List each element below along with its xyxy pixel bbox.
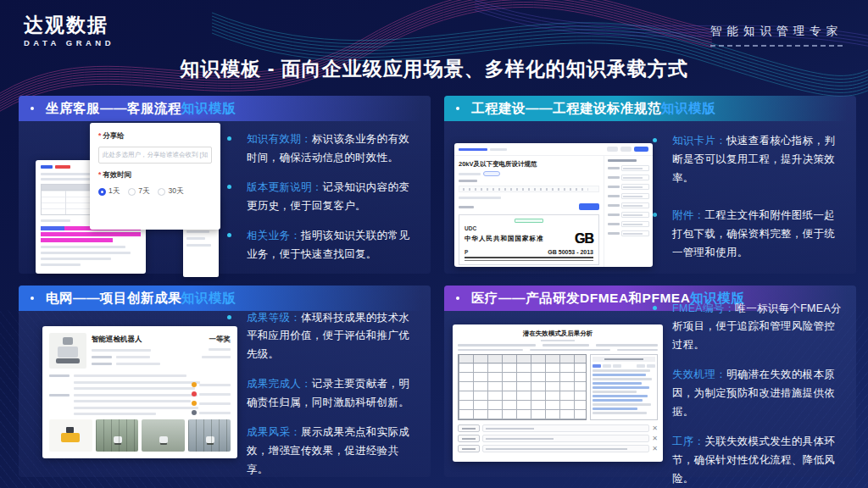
bullet-label: 成果完成人： bbox=[247, 378, 312, 390]
attachment-chip bbox=[515, 219, 543, 223]
screenshot-power-grid: 智能巡检机器人 一等奖 bbox=[19, 311, 222, 477]
fmea-tag-rows: ✕ ✕ ✕ bbox=[458, 424, 658, 452]
bullet-dot-icon bbox=[227, 233, 231, 237]
bullet-label: 附件： bbox=[672, 209, 704, 221]
validity-radio-group: 1天 7天 30天 bbox=[98, 186, 212, 197]
bullet-label: 版本更新说明： bbox=[247, 181, 323, 193]
share-popup: *分享给 此处多选用户，分享给谁谁会收到 [知 *有效时间 1天 7天 30天 bbox=[90, 123, 220, 230]
bullet-label: FMEA编号： bbox=[672, 302, 735, 314]
bullet-dot-icon bbox=[456, 107, 459, 110]
close-icon[interactable]: ✕ bbox=[652, 435, 658, 442]
fmea-grid-table bbox=[458, 354, 587, 420]
fmea-sheet-title: 潜在失效模式及后果分析 bbox=[458, 330, 658, 338]
panel-engineering: 工程建设——工程建设标准规范知识模版 bbox=[444, 96, 856, 274]
panel-header: 工程建设——工程建设标准规范知识模版 bbox=[444, 96, 856, 121]
radio-7-day[interactable]: 7天 bbox=[128, 186, 149, 197]
share-field-label: *分享给 bbox=[98, 131, 212, 141]
bullet-label: 知识有效期： bbox=[247, 133, 312, 145]
secondary-button[interactable] bbox=[620, 147, 632, 152]
header-highlight: 知识模版 bbox=[661, 101, 715, 115]
achievement-title: 智能巡检机器人 bbox=[92, 335, 180, 345]
required-asterisk: * bbox=[98, 131, 101, 140]
share-input[interactable]: 此处多选用户，分享给谁谁会收到 [知 bbox=[98, 147, 212, 164]
gb-standard-cover: UDC 中华人民共和国国家标准 GB P GB 50053 - 2013 bbox=[459, 214, 599, 265]
radio-icon bbox=[158, 188, 165, 196]
header-highlight: 知识模版 bbox=[181, 291, 236, 305]
screenshot-engineering: 20kV及以下变电所设计规范 UDC 中华人民共和 bbox=[444, 121, 648, 274]
bullet-item: 失效机理：明确潜在失效的根本原因，为制定预防和改进措施提供依据。 bbox=[648, 366, 843, 422]
logo-en: DATA GRAND bbox=[24, 39, 114, 47]
bullet-item: FMEA编号：唯一标识每个FMEA分析项目，便于追踪和管理风险管控过程。 bbox=[648, 300, 843, 356]
close-icon[interactable]: ✕ bbox=[652, 425, 658, 432]
bullet-label: 失效机理： bbox=[672, 369, 726, 380]
radio-1-day[interactable]: 1天 bbox=[98, 186, 120, 197]
bullet-dot-icon bbox=[227, 315, 231, 319]
bullet-list: 成果等级：体现科技成果的技术水平和应用价值，便于评估和推广优先级。 成果完成人：… bbox=[222, 311, 431, 477]
bullet-dot-icon bbox=[653, 213, 657, 217]
bullet-item: 工序：关联失效模式发生的具体环节，确保针对性优化流程、降低风险。 bbox=[648, 433, 843, 488]
bullet-dot-icon bbox=[227, 185, 231, 189]
logo-cn: 达观数据 bbox=[24, 15, 114, 35]
panel-header: 电网——项目创新成果知识模版 bbox=[19, 286, 431, 311]
bullet-item: 成果等级：体现科技成果的技术水平和应用价值，便于评估和推广优先级。 bbox=[222, 309, 417, 365]
tagline-dashed-rule bbox=[710, 45, 843, 47]
bullet-dot-icon bbox=[31, 297, 34, 300]
share-input-placeholder: 此处多选用户，分享给谁谁会收到 [知 bbox=[103, 151, 208, 159]
slide: 达观数据 DATA GRAND 智能知识管理专家 知识模板 - 面向企业级应用场… bbox=[0, 0, 868, 488]
award-level: 一等奖 bbox=[185, 335, 231, 345]
standard-name: 中华人民共和国国家标准 bbox=[465, 235, 544, 243]
radio-icon bbox=[128, 188, 136, 196]
fmea-sheet: 潜在失效模式及后果分析 bbox=[453, 324, 663, 462]
header-highlight: 知识模版 bbox=[181, 101, 236, 115]
bullet-item: 成果风采：展示成果亮点和实际成效，增强宣传效果，促进经验共享。 bbox=[222, 424, 417, 480]
bullet-dot-icon bbox=[653, 306, 657, 310]
mini-doc-title: 20kV及以下变电所设计规范 bbox=[459, 160, 599, 169]
panel-power-grid: 电网——项目创新成果知识模版 智能巡检机器人 bbox=[19, 286, 431, 477]
publish-button[interactable] bbox=[634, 147, 648, 152]
bullet-dot-icon bbox=[31, 107, 34, 110]
validity-field-label: *有效时间 bbox=[98, 170, 212, 180]
contributor-list bbox=[192, 382, 231, 424]
bullet-item: 成果完成人：记录主要贡献者，明确责任归属，同时激励科研创新。 bbox=[222, 375, 417, 413]
bullet-item: 附件：工程主文件和附件图纸一起打包下载，确保资料完整，便于统一管理和使用。 bbox=[648, 207, 843, 263]
standard-number: GB 50053 - 2013 bbox=[548, 249, 593, 255]
page-title: 知识模板 - 面向企业级应用场景、多样化的知识承载方式 bbox=[0, 56, 868, 82]
close-icon[interactable]: ✕ bbox=[652, 446, 658, 452]
panel-medical-fmea: 医疗——产品研发DFMEA和PFMEA知识模版 潜在失效模式及后果分析 bbox=[444, 286, 856, 477]
mini-app-window: 20kV及以下变电所设计规范 UDC 中华人民共和 bbox=[454, 143, 653, 267]
bullet-dot-icon bbox=[653, 138, 657, 142]
bullet-list: FMEA编号：唯一标识每个FMEA分析项目，便于追踪和管理风险管控过程。 失效机… bbox=[648, 311, 856, 477]
required-asterisk: * bbox=[98, 170, 101, 179]
brand-tagline: 智能知识管理专家 bbox=[710, 24, 843, 47]
logo: 达观数据 DATA GRAND bbox=[24, 15, 114, 47]
photo-robot-render bbox=[49, 419, 92, 452]
bullet-label: 知识卡片： bbox=[672, 135, 726, 147]
fmea-report-card bbox=[590, 354, 658, 420]
bullet-item: 知识卡片：快速查看核心指标，判断是否可以复用工程，提升决策效率。 bbox=[648, 132, 843, 188]
gb-logo: GB bbox=[575, 232, 593, 246]
photo-field-3 bbox=[188, 419, 231, 452]
upload-button[interactable] bbox=[579, 203, 599, 210]
radio-30-day[interactable]: 30天 bbox=[158, 186, 183, 197]
bullet-dot-icon bbox=[456, 297, 459, 300]
editor-toolbar bbox=[459, 186, 599, 192]
bullet-label: 相关业务： bbox=[247, 230, 301, 241]
bullet-dot-icon bbox=[227, 136, 231, 141]
screenshot-medical-fmea: 潜在失效模式及后果分析 bbox=[444, 311, 648, 477]
screenshot-customer-service: *分享给 此处多选用户，分享给谁谁会收到 [知 *有效时间 1天 7天 30天 bbox=[19, 121, 222, 274]
bullet-label: 成果等级： bbox=[247, 312, 301, 324]
robot-image bbox=[49, 333, 86, 369]
bullet-list: 知识有效期：标识该条业务的有效时间，确保活动信息的时效性。 版本更新说明：记录知… bbox=[222, 121, 431, 274]
photo-field-1 bbox=[96, 419, 139, 452]
secondary-button[interactable] bbox=[607, 147, 618, 152]
bullet-label: 成果风采： bbox=[247, 426, 301, 438]
photo-field-2 bbox=[142, 419, 185, 452]
bullet-label: 工序： bbox=[672, 435, 704, 447]
panel-customer-service: 坐席客服——客服流程知识模版 bbox=[19, 96, 431, 274]
bullet-item: 知识有效期：标识该条业务的有效时间，确保活动信息的时效性。 bbox=[222, 130, 417, 168]
tag-chip bbox=[483, 171, 500, 176]
bullet-item: 版本更新说明：记录知识内容的变更历史，便于回复客户。 bbox=[222, 179, 417, 216]
knowledge-card-sidebar bbox=[604, 156, 653, 267]
achievement-photos bbox=[49, 419, 231, 452]
mini-achievement-page: 智能巡检机器人 一等奖 bbox=[42, 326, 237, 458]
